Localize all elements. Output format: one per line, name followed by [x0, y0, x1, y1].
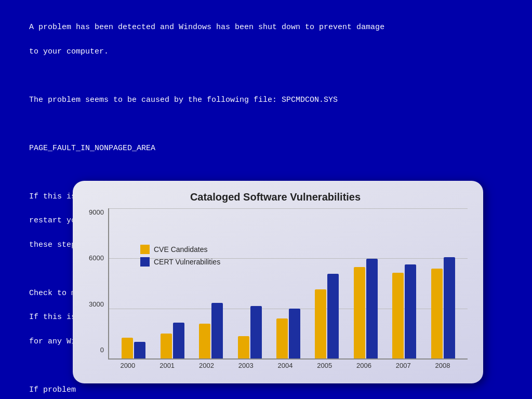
bar-group-2000: [122, 338, 145, 358]
chart-title: Cataloged Software Vulnerabilities: [83, 191, 468, 203]
xaxis-label-2000: 2000: [116, 362, 140, 369]
bar-cert-2002: [211, 303, 223, 358]
bar-cve-2004: [276, 318, 288, 358]
bsod-line4: The problem seems to be caused by the fo…: [29, 96, 338, 104]
bar-cve-2003: [238, 336, 249, 358]
xaxis-label-2005: 2005: [313, 362, 337, 369]
bars-row: [109, 208, 468, 358]
bar-group-2001: [161, 323, 184, 358]
bsod-line2: to your computer.: [29, 47, 109, 56]
bar-cve-2002: [199, 324, 210, 358]
bar-group-2002: [199, 303, 223, 358]
bar-cve-2005: [315, 289, 326, 358]
bar-cve-2007: [392, 273, 404, 358]
yaxis-label-9000: 9000: [89, 208, 104, 216]
chart-area: 9000 6000 3000 0: [83, 208, 468, 369]
bsod-line1: A problem has been detected and Windows …: [29, 23, 384, 32]
bar-group-2004: [276, 309, 300, 358]
bsod-screen: A problem has been detected and Windows …: [0, 0, 532, 399]
chart-yaxis: 9000 6000 3000 0: [83, 208, 108, 369]
bar-group-2005: [315, 274, 339, 358]
bar-cve-2006: [354, 267, 365, 358]
legend-cert-box: [140, 257, 150, 267]
chart-legend: CVE Candidates CERT Vulnerabilities: [140, 245, 220, 267]
legend-cve-box: [140, 245, 150, 254]
chart-overlay: Cataloged Software Vulnerabilities 9000 …: [73, 181, 483, 383]
legend-cve: CVE Candidates: [140, 245, 220, 254]
bar-cert-2007: [405, 264, 416, 358]
chart-bars-container: CVE Candidates CERT Vulnerabilities: [108, 208, 468, 360]
bar-cert-2008: [444, 257, 455, 358]
xaxis-label-2007: 2007: [391, 362, 415, 369]
bar-group-2006: [354, 259, 378, 358]
legend-cert-label: CERT Vulnerabilities: [154, 258, 220, 266]
chart-xaxis: 200020012002200320042005200620072008: [108, 360, 468, 369]
xaxis-label-2001: 2001: [155, 362, 179, 369]
xaxis-label-2003: 2003: [234, 362, 258, 369]
bar-cve-2001: [161, 334, 172, 358]
xaxis-label-2008: 2008: [431, 362, 455, 369]
bar-group-2008: [431, 257, 455, 358]
legend-cve-label: CVE Candidates: [154, 245, 208, 254]
yaxis-label-0: 0: [100, 346, 104, 354]
xaxis-label-2002: 2002: [194, 362, 218, 369]
yaxis-label-3000: 3000: [89, 300, 104, 308]
xaxis-label-2006: 2006: [352, 362, 376, 369]
bar-cert-2001: [173, 323, 184, 358]
bar-group-2003: [238, 306, 262, 358]
bar-cert-2005: [327, 274, 339, 358]
bsod-error-code: PAGE_FAULT_IN_NONPAGED_AREA: [29, 144, 155, 153]
bar-cert-2003: [250, 306, 262, 358]
bar-cert-2004: [289, 309, 300, 358]
bar-cve-2008: [431, 269, 443, 358]
chart-main: CVE Candidates CERT Vulnerabilities 2000…: [108, 208, 468, 369]
bsod-line16: If problem: [29, 385, 76, 394]
xaxis-label-2004: 2004: [273, 362, 297, 369]
yaxis-label-6000: 6000: [89, 254, 104, 262]
bar-cert-2006: [366, 259, 378, 358]
bar-cert-2000: [134, 342, 145, 358]
bar-group-2007: [392, 264, 416, 358]
bar-cve-2000: [122, 338, 133, 358]
legend-cert: CERT Vulnerabilities: [140, 257, 220, 267]
